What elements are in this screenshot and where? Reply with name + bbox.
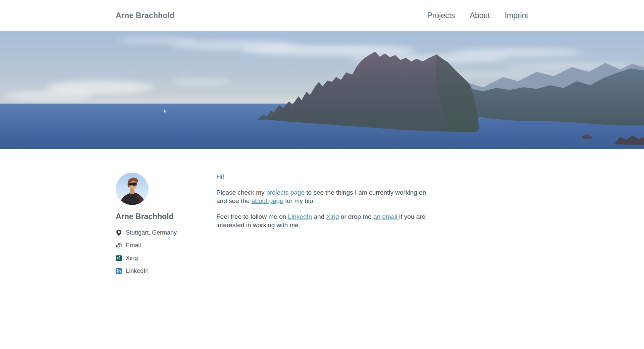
contact-email-link[interactable]: @ Email	[116, 242, 216, 249]
nav-link-imprint[interactable]: Imprint	[505, 11, 528, 20]
paragraph-projects: Please check my projects page to see the…	[216, 188, 431, 205]
avatar	[116, 172, 149, 205]
contact-linkedin-label: LinkedIn	[126, 267, 149, 275]
profile-name: Arne Brachhold	[116, 212, 216, 221]
greeting-text: Hi!	[216, 172, 431, 181]
text-link[interactable]: an email	[373, 213, 399, 220]
text-link[interactable]: LinkedIn	[288, 213, 312, 220]
contact-location: Stuttgart, Germany	[116, 229, 216, 236]
text-segment: for my bio.	[283, 197, 315, 204]
text-link[interactable]: projects page	[266, 189, 305, 196]
intro-text: Hi! Please check my projects page to see…	[216, 172, 431, 280]
linkedin-icon	[116, 268, 122, 274]
main-nav: Projects About Imprint	[413, 11, 529, 20]
text-link[interactable]: Xing	[326, 213, 339, 220]
site-header: Arne Brachhold Projects About Imprint	[0, 0, 644, 31]
hero-image	[0, 31, 644, 149]
nav-link-projects[interactable]: Projects	[427, 11, 455, 20]
contact-xing-label: Xing	[126, 255, 138, 262]
text-segment: or drop me	[339, 213, 373, 220]
contact-xing-link[interactable]: Xing	[116, 255, 216, 262]
text-segment: Feel free to follow me on	[216, 213, 288, 220]
hero-landscape-illustration	[0, 31, 644, 149]
at-icon: @	[116, 242, 122, 249]
xing-icon	[116, 255, 122, 261]
site-title[interactable]: Arne Brachhold	[116, 11, 174, 20]
avatar-portrait-illustration	[116, 173, 148, 205]
text-segment: Please check my	[216, 189, 266, 196]
contact-location-label: Stuttgart, Germany	[126, 229, 177, 236]
nav-link-about[interactable]: About	[470, 11, 490, 20]
profile-sidebar: Arne Brachhold Stuttgart, Germany @ Emai…	[116, 172, 216, 280]
contact-email-label: Email	[126, 242, 141, 249]
text-segment: and	[312, 213, 326, 220]
paragraph-follow: Feel free to follow me on LinkedIn and X…	[216, 212, 431, 229]
location-pin-icon	[116, 230, 122, 236]
main-content: Arne Brachhold Stuttgart, Germany @ Emai…	[0, 149, 644, 300]
text-link[interactable]: about page	[252, 197, 283, 204]
contact-linkedin-link[interactable]: LinkedIn	[116, 267, 216, 275]
